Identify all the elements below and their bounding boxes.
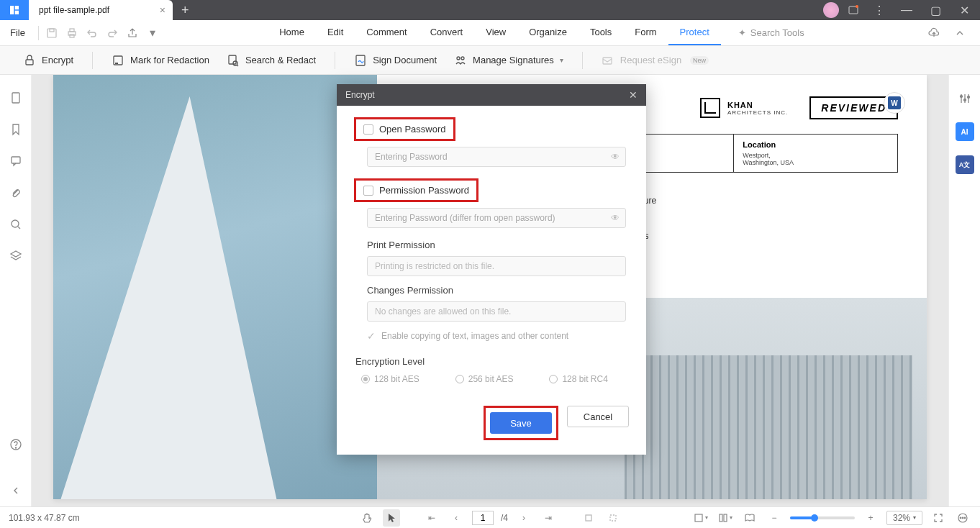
maximize-button[interactable]: ▢: [922, 0, 948, 20]
search-redact-label: Search & Redact: [245, 55, 316, 65]
next-page-icon[interactable]: ›: [515, 509, 532, 527]
rotate-right-icon[interactable]: [604, 509, 622, 527]
new-tab-button[interactable]: +: [173, 3, 198, 18]
zoom-value[interactable]: 32%▾: [886, 511, 922, 525]
encrypt-button[interactable]: Encrypt: [14, 50, 82, 71]
prev-page-icon[interactable]: ‹: [448, 509, 465, 527]
save-icon[interactable]: [42, 23, 62, 43]
settings-icon[interactable]: [956, 89, 974, 108]
lock-icon: [23, 54, 36, 67]
file-menu[interactable]: File: [0, 27, 35, 38]
encryption-level-label: Encryption Level: [355, 356, 629, 367]
manage-signatures-button[interactable]: Manage Signatures ▾: [445, 50, 572, 71]
sparkle-icon: ✦: [738, 27, 746, 38]
tab-convert[interactable]: Convert: [419, 20, 475, 45]
help-icon[interactable]: [7, 436, 24, 453]
share-icon[interactable]: [122, 23, 142, 43]
svg-point-29: [960, 96, 962, 98]
close-window-button[interactable]: ✕: [951, 0, 977, 20]
search-tools[interactable]: ✦ Search Tools: [738, 27, 819, 38]
eye-icon[interactable]: 👁: [611, 213, 620, 223]
svg-rect-34: [695, 514, 702, 522]
svg-point-22: [12, 220, 19, 227]
cloud-icon[interactable]: [924, 23, 944, 43]
tab-organize[interactable]: Organize: [517, 20, 579, 45]
enc-128-aes-radio[interactable]: 128 bit AES: [361, 374, 419, 384]
open-password-checkbox[interactable]: [363, 124, 373, 135]
enc-128-rc4-radio[interactable]: 128 bit RC4: [549, 374, 607, 384]
enc-256-aes-radio[interactable]: 256 bit AES: [455, 374, 514, 384]
copy-checkbox[interactable]: ✓: [367, 330, 376, 342]
permission-password-checkbox[interactable]: [363, 186, 373, 196]
ai-icon[interactable]: AI: [956, 122, 974, 141]
svg-rect-13: [229, 55, 236, 64]
permission-password-input[interactable]: Entering Password (differ from open pass…: [367, 208, 626, 228]
cancel-button[interactable]: Cancel: [567, 406, 629, 427]
page-number-input[interactable]: [472, 511, 494, 525]
search-tools-label: Search Tools: [750, 27, 804, 38]
thumbnails-icon[interactable]: [7, 89, 24, 106]
document-tab[interactable]: ppt file-sample.pdf ×: [29, 0, 173, 20]
zoom-in-icon[interactable]: +: [862, 509, 879, 527]
hand-tool-icon[interactable]: [358, 509, 376, 527]
save-button[interactable]: Save: [490, 412, 552, 434]
dialog-titlebar[interactable]: Encrypt ✕: [337, 84, 646, 106]
dialog-close-button[interactable]: ✕: [629, 89, 638, 101]
print-permission-label: Print Permission: [367, 240, 629, 250]
word-export-badge[interactable]: W: [884, 92, 905, 114]
notification-icon[interactable]: [842, 0, 865, 20]
collapse-left-icon[interactable]: [7, 482, 24, 499]
select-tool-icon[interactable]: [383, 509, 400, 527]
zoom-slider[interactable]: [790, 516, 855, 519]
open-password-input[interactable]: Entering Password 👁: [367, 147, 626, 167]
tab-view[interactable]: View: [474, 20, 517, 45]
close-tab-icon[interactable]: ×: [160, 4, 165, 16]
tab-home[interactable]: Home: [268, 20, 316, 45]
rotate-left-icon[interactable]: [580, 509, 597, 527]
menu-dots-icon[interactable]: ⋮: [868, 0, 891, 20]
fit-page-icon[interactable]: ▾: [692, 509, 709, 527]
sign-document-button[interactable]: Sign Document: [345, 50, 445, 71]
layers-icon[interactable]: [7, 247, 24, 265]
last-page-icon[interactable]: ⇥: [540, 509, 557, 527]
tab-form[interactable]: Form: [623, 20, 668, 45]
signatures-icon: [454, 54, 467, 67]
mark-redaction-button[interactable]: Mark for Redaction: [103, 50, 218, 71]
dropdown-icon[interactable]: ▾: [142, 23, 163, 43]
user-avatar[interactable]: [823, 2, 839, 18]
tab-comment[interactable]: Comment: [355, 20, 418, 45]
svg-point-17: [457, 57, 460, 60]
search-redact-button[interactable]: Search & Redact: [218, 50, 325, 71]
fullscreen-icon[interactable]: [930, 509, 947, 527]
tab-protect[interactable]: Protect: [668, 20, 721, 45]
tab-tools[interactable]: Tools: [579, 20, 623, 45]
app-logo[interactable]: [0, 0, 29, 20]
print-icon[interactable]: [62, 23, 82, 43]
comments-icon[interactable]: [7, 153, 24, 170]
print-permission-select[interactable]: Printing is restricted on this file.: [367, 256, 626, 276]
zoom-out-icon[interactable]: −: [766, 509, 783, 527]
svg-point-30: [963, 99, 966, 101]
svg-rect-16: [356, 55, 365, 65]
svg-rect-35: [720, 514, 722, 522]
tab-edit[interactable]: Edit: [316, 20, 355, 45]
more-icon[interactable]: [954, 509, 971, 527]
reading-mode-icon[interactable]: [741, 509, 758, 527]
redaction-icon: [112, 54, 124, 67]
first-page-icon[interactable]: ⇤: [423, 509, 440, 527]
expand-icon[interactable]: [950, 23, 970, 43]
undo-icon[interactable]: [82, 23, 102, 43]
svg-rect-0: [10, 6, 14, 14]
svg-point-4: [856, 5, 858, 8]
bookmarks-icon[interactable]: [7, 121, 24, 138]
attachments-icon[interactable]: [7, 184, 24, 201]
translate-icon[interactable]: A文: [956, 155, 974, 174]
search-icon[interactable]: [7, 216, 24, 233]
minimize-button[interactable]: —: [894, 0, 920, 20]
svg-point-39: [962, 517, 963, 519]
redo-icon[interactable]: [102, 23, 122, 43]
view-mode-icon[interactable]: ▾: [717, 509, 734, 527]
changes-permission-select[interactable]: No changes are allowed on this file.: [367, 301, 626, 322]
request-esign-button[interactable]: Request eSign New: [593, 50, 717, 71]
eye-icon[interactable]: 👁: [611, 152, 620, 162]
